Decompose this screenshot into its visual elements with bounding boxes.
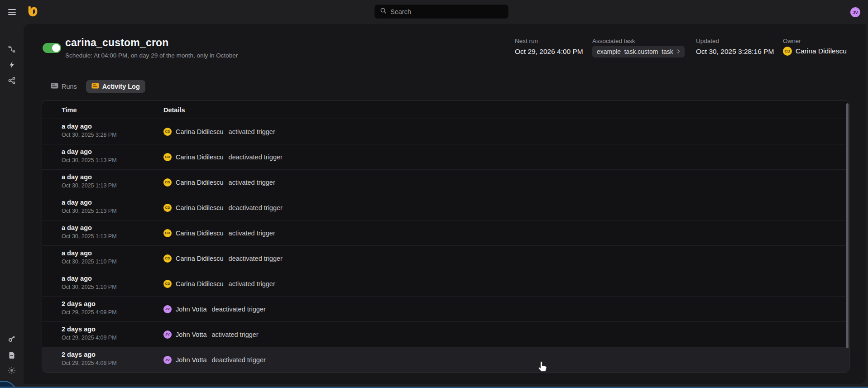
table-row[interactable]: a day ago Oct 30, 2025 1:10 PM CD Carina… <box>42 271 849 297</box>
row-timestamp: Oct 30, 2025 1:10 PM <box>62 259 163 265</box>
row-user-name: John Votta <box>176 356 207 364</box>
row-timestamp: Oct 30, 2025 1:13 PM <box>62 208 163 214</box>
row-action: activated trigger <box>212 331 259 338</box>
table-row[interactable]: a day ago Oct 30, 2025 1:13 PM CD Carina… <box>42 220 849 246</box>
row-details-cell: JV John Votta activated trigger <box>163 322 849 347</box>
search-placeholder: Search <box>390 8 411 15</box>
associated-task-value: example_task.custom_task <box>597 48 673 55</box>
row-relative-time: a day ago <box>62 123 163 130</box>
meta-owner: Owner CD Carina Didilescu <box>783 38 847 56</box>
associated-task-label: Associated task <box>592 38 685 44</box>
row-time-cell: a day ago Oct 30, 2025 3:28 PM <box>62 119 163 144</box>
table-row[interactable]: a day ago Oct 30, 2025 1:13 PM CD Carina… <box>42 195 849 220</box>
topbar: Search JV <box>0 0 868 24</box>
key-icon[interactable] <box>8 335 16 343</box>
row-timestamp: Oct 30, 2025 1:10 PM <box>62 284 163 290</box>
route-icon[interactable] <box>8 45 16 53</box>
lightning-icon[interactable] <box>8 61 16 69</box>
column-header-time: Time <box>62 106 163 114</box>
trigger-enabled-toggle[interactable] <box>43 43 61 53</box>
user-menu-avatar[interactable]: JV <box>850 7 860 17</box>
meta-next-run: Next run Oct 29, 2026 4:00 PM <box>515 38 583 56</box>
user-avatar: CD <box>163 153 172 161</box>
sun-icon[interactable] <box>8 366 16 374</box>
search-input[interactable]: Search <box>374 4 509 19</box>
row-time-cell: a day ago Oct 30, 2025 1:13 PM <box>62 144 163 169</box>
row-time-cell: 2 days ago Oct 29, 2025 4:08 PM <box>62 347 163 373</box>
row-time-cell: a day ago Oct 30, 2025 1:13 PM <box>62 220 163 245</box>
row-relative-time: a day ago <box>62 148 163 155</box>
table-scrollbar-thumb[interactable] <box>846 103 849 348</box>
updated-value: Oct 30, 2025 3:28:16 PM <box>696 48 774 56</box>
table-row[interactable]: 2 days ago Oct 29, 2025 4:08 PM JV John … <box>42 347 849 373</box>
row-relative-time: a day ago <box>62 275 163 282</box>
row-action: deactivated trigger <box>229 153 283 161</box>
table-row[interactable]: 2 days ago Oct 29, 2025 4:09 PM JV John … <box>42 297 849 322</box>
row-relative-time: a day ago <box>62 173 163 181</box>
meta-updated: Updated Oct 30, 2025 3:28:16 PM <box>696 38 774 56</box>
schedule-description: Schedule: At 04:00 PM, on day 29 of the … <box>65 52 238 59</box>
table-row[interactable]: a day ago Oct 30, 2025 1:10 PM CD Carina… <box>42 246 849 271</box>
row-relative-time: a day ago <box>62 224 163 231</box>
row-details-cell: JV John Votta deactivated trigger <box>163 347 849 373</box>
row-details-cell: CD Carina Didilescu activated trigger <box>163 170 849 195</box>
row-details-cell: CD Carina Didilescu activated trigger <box>163 220 849 245</box>
row-relative-time: a day ago <box>62 249 163 257</box>
row-timestamp: Oct 30, 2025 1:13 PM <box>62 182 163 189</box>
user-avatar: CD <box>163 204 172 212</box>
row-user-name: Carina Didilescu <box>176 179 224 186</box>
row-user-name: Carina Didilescu <box>176 230 224 237</box>
user-avatar: CD <box>163 229 172 237</box>
tab-runs[interactable]: Runs <box>48 80 80 93</box>
table-header-row: Time Details <box>42 101 849 119</box>
user-avatar: CD <box>163 254 172 263</box>
row-timestamp: Oct 30, 2025 1:13 PM <box>62 233 163 240</box>
toggle-knob <box>52 44 60 52</box>
tab-activity-log[interactable]: Activity Log <box>86 80 145 93</box>
user-avatar: CD <box>163 178 172 187</box>
row-user-name: Carina Didilescu <box>176 280 224 287</box>
table-row[interactable]: 2 days ago Oct 29, 2025 4:09 PM JV John … <box>42 322 849 347</box>
row-time-cell: a day ago Oct 30, 2025 1:10 PM <box>62 271 163 296</box>
share-icon[interactable] <box>8 77 16 85</box>
column-header-details: Details <box>163 106 849 114</box>
row-action: deactivated trigger <box>229 204 283 211</box>
runs-card-icon <box>51 83 58 90</box>
owner-avatar: CD <box>783 47 792 56</box>
table-row[interactable]: a day ago Oct 30, 2025 1:13 PM CD Carina… <box>42 170 849 195</box>
row-relative-time: 2 days ago <box>62 300 163 307</box>
row-time-cell: 2 days ago Oct 29, 2025 4:09 PM <box>62 322 163 347</box>
row-action: deactivated trigger <box>212 356 266 364</box>
row-user-name: Carina Didilescu <box>176 128 224 135</box>
row-time-cell: a day ago Oct 30, 2025 1:10 PM <box>62 246 163 271</box>
table-row[interactable]: a day ago Oct 30, 2025 1:13 PM CD Carina… <box>42 144 849 170</box>
user-avatar: JV <box>163 331 172 339</box>
next-run-label: Next run <box>515 38 583 44</box>
app-logo-icon[interactable] <box>27 5 39 19</box>
row-timestamp: Oct 29, 2025 4:09 PM <box>62 309 163 316</box>
row-user-name: Carina Didilescu <box>176 204 224 211</box>
row-relative-time: 2 days ago <box>62 351 163 358</box>
owner-label: Owner <box>783 38 847 44</box>
document-icon[interactable] <box>8 351 16 359</box>
app-root: { "topbar": { "search_placeholder": "Sea… <box>0 0 868 388</box>
tab-activity-log-label: Activity Log <box>102 83 140 90</box>
user-avatar: CD <box>163 280 172 288</box>
user-avatar: JV <box>163 356 172 364</box>
row-time-cell: 2 days ago Oct 29, 2025 4:09 PM <box>62 297 163 321</box>
row-relative-time: 2 days ago <box>62 326 163 333</box>
chevron-right-icon <box>677 48 680 55</box>
row-user-name: John Votta <box>176 331 207 338</box>
row-action: activated trigger <box>229 280 275 287</box>
main-panel: carina_custom_cron Schedule: At 04:00 PM… <box>24 24 866 384</box>
row-details-cell: JV John Votta deactivated trigger <box>163 297 849 321</box>
table-row[interactable]: a day ago Oct 30, 2025 3:28 PM CD Carina… <box>42 119 849 144</box>
row-user-name: John Votta <box>176 306 207 313</box>
row-action: activated trigger <box>229 230 275 237</box>
activity-log-table: Time Details a day ago Oct 30, 2025 3:28… <box>42 101 850 373</box>
row-relative-time: a day ago <box>62 199 163 206</box>
sidebar <box>0 24 24 388</box>
associated-task-link[interactable]: example_task.custom_task <box>592 46 685 57</box>
page-title: carina_custom_cron <box>65 37 169 49</box>
menu-icon[interactable] <box>8 9 16 15</box>
